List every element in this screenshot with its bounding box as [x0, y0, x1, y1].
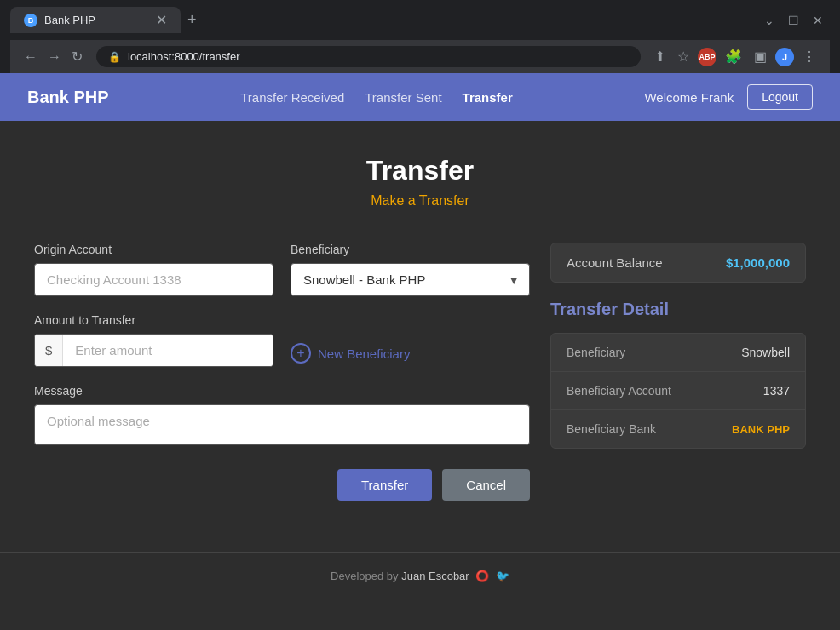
- user-avatar[interactable]: J: [775, 48, 794, 66]
- tab-title: Bank PHP: [44, 14, 95, 26]
- nav-transfer-received[interactable]: Transfer Received: [240, 90, 344, 105]
- cancel-button[interactable]: Cancel: [442, 469, 530, 501]
- menu-icon[interactable]: ⋮: [799, 45, 820, 68]
- origin-account-label: Origin Account: [34, 243, 273, 256]
- footer: Developed by Juan Escobar ⭕ 🐦: [0, 552, 840, 599]
- origin-account-group: Origin Account: [34, 243, 273, 296]
- amount-row: Amount to Transfer $ + New Beneficiary: [34, 313, 530, 367]
- share-icon[interactable]: ⬆: [651, 45, 669, 68]
- main-content: Transfer Make a Transfer Origin Account …: [0, 121, 840, 518]
- top-form-row: Origin Account Beneficiary Snowbell - Ba…: [34, 243, 530, 296]
- page-title: Transfer: [34, 155, 806, 186]
- detail-row-account: Beneficiary Account 1337: [551, 372, 805, 410]
- abp-extension[interactable]: ABP: [698, 48, 716, 66]
- browser-tab[interactable]: B Bank PHP ✕: [10, 7, 181, 33]
- balance-card: Account Balance $1,000,000: [550, 243, 806, 283]
- page-subtitle: Make a Transfer: [34, 193, 806, 209]
- logout-button[interactable]: Logout: [747, 84, 813, 110]
- address-bar[interactable]: 🔒 localhost:8000/transfer: [96, 46, 641, 67]
- bookmark-icon[interactable]: ☆: [674, 45, 693, 68]
- detail-key-account: Beneficiary Account: [567, 384, 671, 398]
- beneficiary-group: Beneficiary Snowbell - Bank PHP ▼: [291, 243, 530, 296]
- security-icon: 🔒: [108, 51, 121, 63]
- extensions-icon[interactable]: 🧩: [722, 45, 745, 68]
- brand-logo: Bank PHP: [27, 88, 109, 107]
- beneficiary-select[interactable]: Snowbell - Bank PHP: [291, 263, 530, 296]
- transfer-detail-title: Transfer Detail: [550, 300, 806, 319]
- tab-close-button[interactable]: ✕: [156, 12, 167, 28]
- detail-row-beneficiary: Beneficiary Snowbell: [551, 334, 805, 372]
- currency-prefix: $: [35, 335, 63, 366]
- balance-label: Account Balance: [567, 255, 663, 270]
- action-buttons: Transfer Cancel: [34, 469, 530, 501]
- new-beneficiary-group: + New Beneficiary: [291, 313, 530, 367]
- plus-circle-icon: +: [291, 343, 311, 364]
- origin-account-input[interactable]: [34, 263, 273, 296]
- new-beneficiary-label: New Beneficiary: [318, 346, 410, 361]
- balance-amount: $1,000,000: [726, 255, 790, 270]
- form-layout: Origin Account Beneficiary Snowbell - Ba…: [34, 243, 806, 501]
- minimize-button[interactable]: ⌄: [764, 14, 774, 27]
- close-window-button[interactable]: ✕: [813, 14, 823, 27]
- nav-transfer-sent[interactable]: Transfer Sent: [365, 90, 441, 105]
- navbar-right: Welcome Frank Logout: [644, 84, 813, 110]
- detail-key-bank: Beneficiary Bank: [567, 422, 656, 436]
- detail-value-bank: BANK PHP: [732, 423, 790, 436]
- new-beneficiary-button[interactable]: + New Beneficiary: [291, 343, 410, 364]
- footer-author-link[interactable]: Juan Escobar: [401, 570, 469, 582]
- tab-favicon: B: [24, 14, 37, 27]
- detail-card: Beneficiary Snowbell Beneficiary Account…: [550, 333, 806, 449]
- amount-input-group: $: [34, 334, 273, 367]
- transfer-button[interactable]: Transfer: [337, 469, 432, 501]
- detail-key-beneficiary: Beneficiary: [567, 346, 625, 359]
- split-view-icon[interactable]: ▣: [751, 45, 770, 68]
- detail-value-beneficiary: Snowbell: [741, 346, 790, 359]
- amount-label: Amount to Transfer: [34, 313, 273, 327]
- amount-group: Amount to Transfer $: [34, 313, 273, 367]
- message-label: Message: [34, 384, 530, 398]
- message-input[interactable]: [34, 404, 530, 445]
- amount-input[interactable]: [63, 335, 273, 366]
- twitter-icon: 🐦: [496, 570, 509, 582]
- reload-button[interactable]: ↻: [68, 45, 86, 68]
- detail-value-account: 1337: [763, 384, 790, 398]
- beneficiary-label: Beneficiary: [291, 243, 530, 256]
- nav-transfer[interactable]: Transfer: [463, 90, 513, 105]
- beneficiary-select-wrapper: Snowbell - Bank PHP ▼: [291, 263, 530, 296]
- forward-button[interactable]: →: [44, 46, 65, 68]
- address-text: localhost:8000/transfer: [128, 50, 240, 63]
- nav-links: Transfer Received Transfer Sent Transfer: [240, 90, 513, 105]
- footer-text: Developed by: [331, 570, 399, 582]
- back-button[interactable]: ←: [20, 46, 41, 68]
- message-group: Message: [34, 384, 530, 449]
- github-icon: ⭕: [475, 570, 489, 582]
- welcome-message: Welcome Frank: [644, 90, 734, 105]
- right-panel: Account Balance $1,000,000 Transfer Deta…: [550, 243, 806, 449]
- form-section: Origin Account Beneficiary Snowbell - Ba…: [34, 243, 530, 501]
- new-tab-button[interactable]: +: [187, 11, 197, 29]
- maximize-button[interactable]: ☐: [788, 14, 799, 27]
- navbar: Bank PHP Transfer Received Transfer Sent…: [0, 73, 840, 121]
- transfer-detail-section: Transfer Detail Beneficiary Snowbell Ben…: [550, 300, 806, 449]
- detail-row-bank: Beneficiary Bank BANK PHP: [551, 410, 805, 448]
